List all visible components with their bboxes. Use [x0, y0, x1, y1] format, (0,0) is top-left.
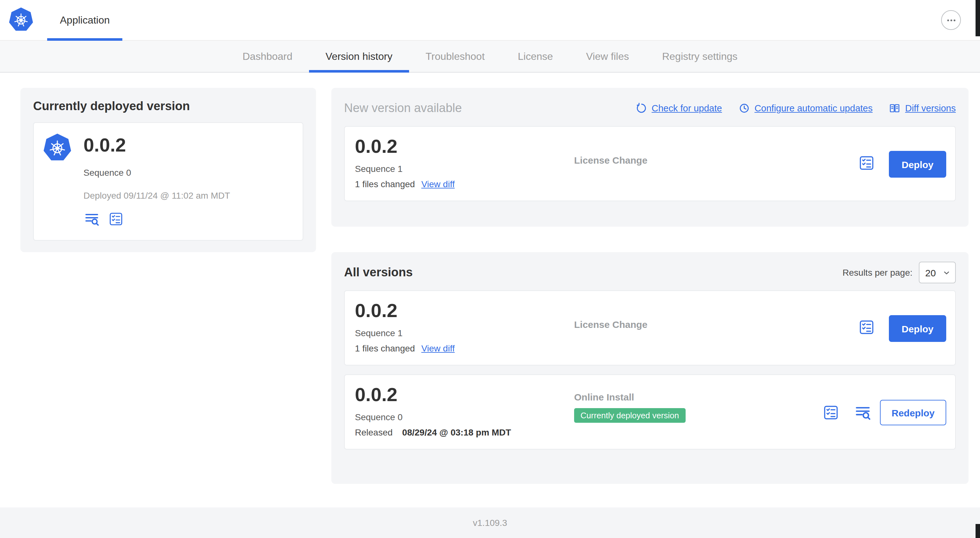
version-sequence: Sequence 0 — [355, 412, 402, 422]
app-viewport: Application Dashboard Version history Tr… — [0, 0, 980, 538]
preflight-checks-button[interactable] — [108, 211, 124, 227]
nav-item-view-files-label: View files — [586, 51, 629, 62]
nav-item-version-history[interactable]: Version history — [309, 41, 409, 72]
nav-item-version-history-label: Version history — [326, 51, 393, 62]
current-version-title: Currently deployed version — [33, 99, 303, 113]
new-version-panel: New version available Check for update C… — [331, 88, 969, 227]
configure-automatic-updates-link[interactable]: Configure automatic updates — [738, 103, 873, 114]
all-versions-panel: All versions Results per page: 20 0.0.2 … — [331, 252, 969, 484]
version-change-type: License Change — [574, 319, 648, 330]
nav-item-troubleshoot[interactable]: Troubleshoot — [409, 41, 501, 72]
console-version-label: v1.109.3 — [473, 517, 507, 528]
release-notes-button[interactable] — [83, 211, 100, 227]
release-notes-button[interactable] — [854, 404, 871, 421]
tab-application-label: Application — [60, 14, 110, 26]
ellipsis-icon — [945, 14, 958, 26]
files-changed-label: 1 files changed — [355, 179, 415, 189]
diff-icon — [889, 103, 900, 114]
footer: v1.109.3 — [0, 508, 980, 538]
nav-item-troubleshoot-label: Troubleshoot — [426, 51, 485, 62]
view-diff-link[interactable]: View diff — [421, 343, 455, 353]
view-diff-link[interactable]: View diff — [421, 179, 455, 189]
checklist-icon — [858, 319, 875, 335]
preflight-checks-button[interactable] — [858, 155, 875, 171]
results-per-page-select[interactable]: 20 — [919, 262, 956, 283]
more-options-button[interactable] — [941, 10, 961, 30]
checklist-icon — [108, 211, 124, 227]
version-actions-links: Check for update Configure automatic upd… — [636, 103, 956, 114]
version-number: 0.0.2 — [355, 300, 397, 322]
checklist-icon — [858, 155, 875, 171]
current-version-number: 0.0.2 — [83, 134, 126, 156]
chevron-down-icon — [942, 268, 951, 277]
tab-application[interactable]: Application — [47, 0, 123, 40]
current-version-actions — [83, 211, 124, 227]
scrollbar-thumb-top[interactable] — [975, 0, 980, 36]
nav-item-registry-settings-label: Registry settings — [662, 51, 738, 62]
currently-deployed-badge: Currently deployed version — [574, 408, 685, 423]
version-row-sequence-1: 0.0.2 Sequence 1 1 files changed View di… — [344, 290, 956, 365]
version-change-type: Online Install — [574, 392, 634, 402]
all-versions-title: All versions — [344, 265, 412, 279]
nav-item-dashboard-label: Dashboard — [242, 51, 293, 62]
new-version-title: New version available — [344, 101, 462, 115]
deploy-button[interactable]: Deploy — [889, 315, 946, 342]
refresh-icon — [636, 103, 647, 114]
release-notes-icon — [84, 211, 99, 227]
preflight-checks-button[interactable] — [822, 404, 839, 421]
current-version-deployed-date: Deployed 09/11/24 @ 11:02 am MDT — [83, 190, 230, 200]
released-label: Released — [355, 427, 393, 437]
current-version-panel: Currently deployed version — [21, 88, 316, 252]
results-per-page-value: 20 — [925, 267, 936, 278]
nav-item-license[interactable]: License — [501, 41, 570, 72]
kubernetes-app-icon — [43, 133, 72, 162]
checklist-icon — [822, 404, 839, 421]
preflight-checks-button[interactable] — [858, 319, 875, 335]
deploy-button[interactable]: Deploy — [889, 151, 946, 178]
version-change-type: License Change — [574, 155, 648, 165]
active-tab-underline — [47, 38, 123, 41]
release-notes-icon — [854, 404, 871, 421]
scrollbar-thumb-bottom[interactable] — [975, 524, 980, 538]
version-sequence: Sequence 1 — [355, 328, 402, 338]
kubernetes-logo-icon — [8, 7, 34, 32]
results-per-page-label: Results per page: — [843, 267, 912, 278]
diff-versions-link[interactable]: Diff versions — [889, 103, 956, 114]
app-header: Application — [0, 0, 980, 41]
redeploy-button[interactable]: Redeploy — [880, 400, 946, 425]
clock-icon — [738, 103, 750, 114]
version-row-sequence-0: 0.0.2 Sequence 0 Released08/29/24 @ 03:1… — [344, 375, 956, 449]
nav-item-view-files[interactable]: View files — [570, 41, 646, 72]
version-number: 0.0.2 — [355, 384, 397, 406]
new-version-row: 0.0.2 Sequence 1 1 files changed View di… — [344, 126, 956, 201]
current-version-card: 0.0.2 Sequence 0 Deployed 09/11/24 @ 11:… — [33, 122, 303, 241]
nav-item-dashboard[interactable]: Dashboard — [226, 41, 309, 72]
secondary-nav: Dashboard Version history Troubleshoot L… — [0, 41, 980, 73]
files-changed-label: 1 files changed — [355, 343, 415, 353]
version-sequence: Sequence 1 — [355, 163, 402, 174]
current-version-sequence: Sequence 0 — [83, 167, 131, 178]
released-date: 08/29/24 @ 03:18 pm MDT — [402, 427, 511, 437]
nav-item-license-label: License — [518, 51, 553, 62]
version-number: 0.0.2 — [355, 136, 397, 157]
results-per-page: Results per page: 20 — [843, 262, 956, 283]
nav-item-registry-settings[interactable]: Registry settings — [646, 41, 754, 72]
check-for-update-link[interactable]: Check for update — [636, 103, 722, 114]
